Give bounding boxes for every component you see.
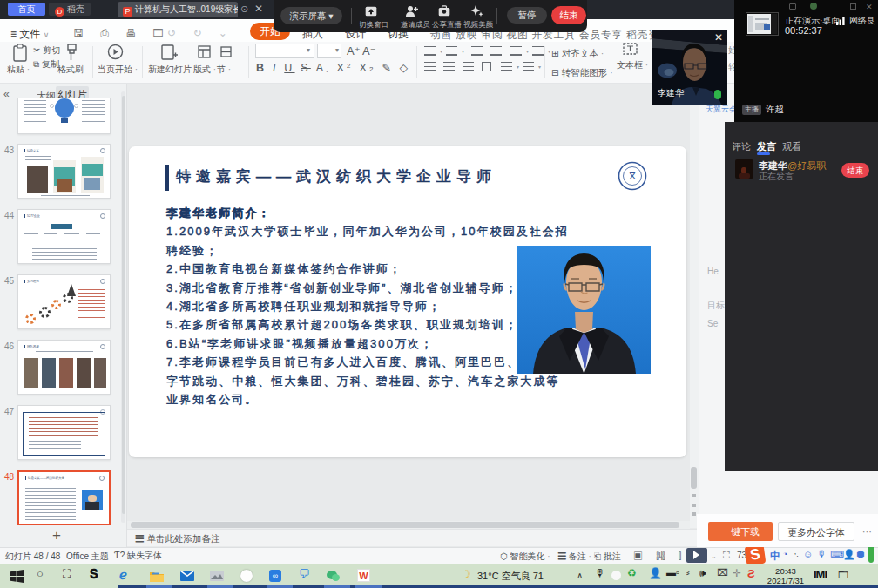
svg-text:ⴵ: ⴵ [630,171,636,181]
